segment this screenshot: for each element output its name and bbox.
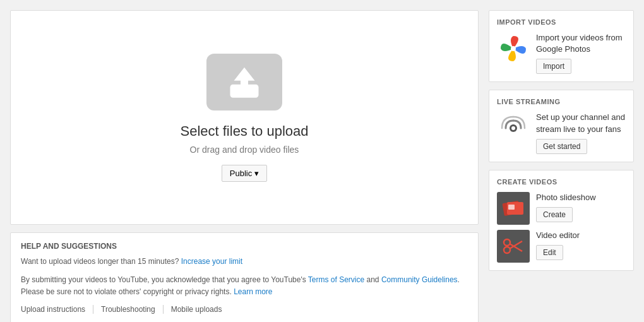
import-item: Import your videos from Google Photos Im… [497, 32, 626, 74]
edit-video-button[interactable]: Edit [536, 245, 563, 260]
upload-dropzone[interactable]: Select files to upload Or drag and drop … [10, 10, 479, 225]
privacy-label: Public [230, 169, 252, 178]
help-line3-text: Please be sure not to violate others' co… [21, 287, 234, 296]
upload-icon-container [206, 54, 282, 110]
live-streaming-icon [497, 112, 530, 145]
editor-icon [497, 230, 530, 263]
svg-point-2 [511, 46, 516, 51]
troubleshooting-link[interactable]: Troubleshooting [101, 305, 164, 314]
create-slideshow-button[interactable]: Create [536, 207, 573, 222]
slideshow-item: Photo slideshow Create [497, 192, 626, 225]
import-text: Import your videos from Google Photos [536, 32, 626, 55]
upload-title: Select files to upload [180, 123, 308, 140]
streaming-item: Set up your channel and stream live to y… [497, 112, 626, 153]
help-line2-middle: and [364, 275, 381, 284]
increase-limit-link[interactable]: Increase your limit [181, 257, 242, 266]
help-line1-text: Want to upload videos longer than 15 min… [21, 257, 181, 266]
help-line2: By submitting your videos to YouTube, yo… [21, 274, 468, 298]
dropdown-arrow-icon: ▾ [254, 169, 259, 178]
slideshow-text: Photo slideshow [536, 192, 626, 203]
svg-point-9 [504, 247, 510, 253]
help-links-bar: Upload instructions Troubleshooting Mobi… [21, 305, 468, 314]
help-line2-end: . [458, 275, 460, 284]
create-section-title: CREATE VIDEOS [497, 178, 626, 186]
help-section-title: HELP AND SUGGESTIONS [21, 242, 468, 251]
create-videos-card: CREATE VIDEOS Photo slideshow Create [489, 170, 634, 271]
editor-item: Video editor Edit [497, 230, 626, 263]
privacy-dropdown[interactable]: Public ▾ [222, 165, 267, 182]
mobile-uploads-link[interactable]: Mobile uploads [171, 305, 230, 314]
help-suggestions-box: HELP AND SUGGESTIONS Want to upload vide… [10, 232, 479, 322]
svg-rect-7 [508, 205, 515, 210]
upload-arrow-icon [225, 63, 263, 101]
main-area: Select files to upload Or drag and drop … [10, 10, 479, 322]
get-started-button[interactable]: Get started [536, 139, 587, 154]
streaming-content: Set up your channel and stream live to y… [536, 112, 626, 153]
streaming-section-title: LIVE STREAMING [497, 98, 626, 105]
google-photos-icon [497, 32, 530, 65]
community-guidelines-link[interactable]: Community Guidelines [381, 275, 458, 284]
sidebar: IMPORT VIDEOS [489, 10, 634, 322]
import-section-title: IMPORT VIDEOS [497, 18, 626, 26]
live-streaming-card: LIVE STREAMING Set up your channel and s… [489, 90, 634, 162]
import-content: Import your videos from Google Photos Im… [536, 32, 626, 74]
upload-instructions-link[interactable]: Upload instructions [21, 305, 93, 314]
editor-text: Video editor [536, 230, 626, 241]
terms-link[interactable]: Terms of Service [308, 275, 364, 284]
learn-more-link[interactable]: Learn more [234, 287, 272, 296]
svg-point-4 [511, 126, 515, 130]
import-videos-card: IMPORT VIDEOS [489, 10, 634, 82]
slideshow-content: Photo slideshow Create [536, 192, 626, 222]
help-line1: Want to upload videos longer than 15 min… [21, 256, 468, 268]
streaming-text: Set up your channel and stream live to y… [536, 112, 626, 134]
slideshow-icon [497, 192, 530, 225]
help-line2-text: By submitting your videos to YouTube, yo… [21, 275, 308, 284]
upload-subtitle: Or drag and drop video files [190, 145, 299, 155]
editor-content: Video editor Edit [536, 230, 626, 260]
import-button[interactable]: Import [536, 59, 571, 74]
svg-point-8 [504, 239, 510, 246]
